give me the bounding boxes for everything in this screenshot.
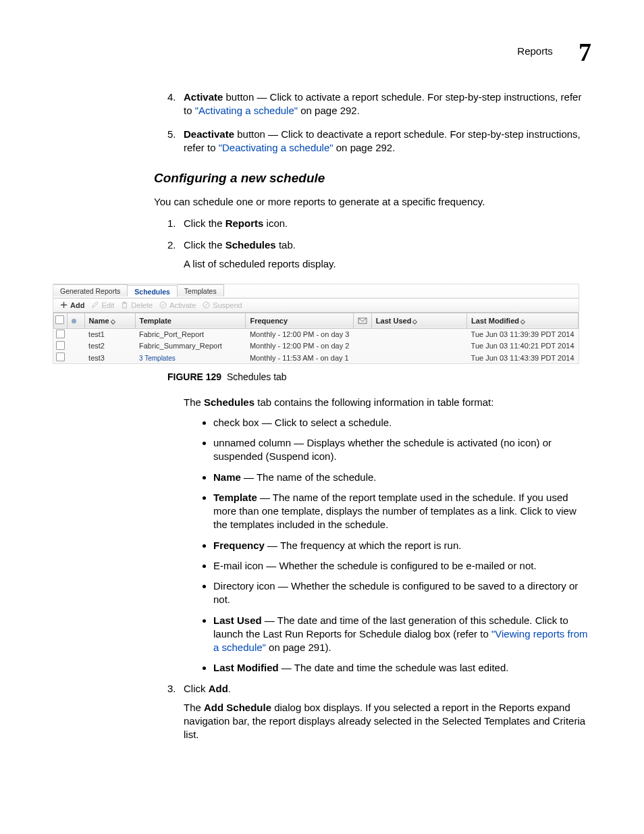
row-checkbox[interactable] xyxy=(54,352,68,363)
term-template: Template xyxy=(213,492,257,503)
list-number: 3. xyxy=(167,682,184,742)
body-text: on page 291). xyxy=(266,642,331,653)
cell-email xyxy=(353,340,371,352)
table-row[interactable]: test2Fabric_Summary_ReportMonthly - 12:0… xyxy=(54,340,579,352)
row-status xyxy=(68,352,84,363)
link-deactivating-schedule[interactable]: "Deactivating a schedule" xyxy=(219,142,333,153)
cell-lastmodified: Tue Jun 03 11:43:39 PDT 2014 xyxy=(467,352,579,363)
header-chapter-number: 7 xyxy=(579,37,591,67)
body-text: A list of scheduled reports display. xyxy=(184,257,336,271)
sort-icon: ◇ xyxy=(111,318,113,325)
suspend-button[interactable]: Suspend xyxy=(203,301,242,309)
check-circle-icon xyxy=(159,301,167,309)
link-activating-schedule[interactable]: "Activating a schedule" xyxy=(195,105,298,116)
body-text: The Schedules tab contains the following… xyxy=(184,396,591,409)
col-status xyxy=(68,313,84,328)
list-item: Template — The name of the report templa… xyxy=(213,491,591,532)
toolbar-label: Suspend xyxy=(213,301,242,309)
body-text: Click the xyxy=(184,239,225,251)
status-dot-icon xyxy=(72,319,76,323)
delete-button[interactable]: Delete xyxy=(121,301,153,309)
col-template[interactable]: Template xyxy=(135,313,246,328)
tab-schedules[interactable]: Schedules xyxy=(128,285,178,297)
list-item: Frequency — The frequency at which the r… xyxy=(213,539,591,552)
list-item: Directory icon — Whether the schedule is… xyxy=(213,579,591,607)
list-number: 2. xyxy=(167,238,184,271)
cell-lastused xyxy=(371,352,466,363)
body-text: — The date and time the schedule was las… xyxy=(279,662,509,673)
term-activate: Activate xyxy=(184,91,223,103)
figure-caption: FIGURE 129 Schedules tab xyxy=(167,371,591,384)
row-status xyxy=(68,340,84,352)
list-item: unnamed column — Displays whether the sc… xyxy=(213,436,591,464)
trash-icon xyxy=(121,301,128,309)
row-checkbox[interactable] xyxy=(54,328,68,340)
figure-129-screenshot: Generated Reports Schedules Templates Ad… xyxy=(53,284,579,364)
row-checkbox[interactable] xyxy=(54,340,68,352)
col-label: Frequency xyxy=(250,317,288,325)
term-schedules: Schedules xyxy=(204,396,254,408)
body-text: on page 292. xyxy=(298,105,360,116)
list-number: 5. xyxy=(167,128,184,155)
cell-template: Fabric_Port_Report xyxy=(139,330,204,338)
tab-generated-reports[interactable]: Generated Reports xyxy=(53,284,128,296)
cell-lastused xyxy=(371,340,466,352)
table-row[interactable]: test1Fabric_Port_ReportMonthly - 12:00 P… xyxy=(54,328,579,340)
continued-ordered-list: 4. Activate button — Click to activate a… xyxy=(167,90,591,155)
svg-line-2 xyxy=(205,303,209,307)
cell-email xyxy=(353,352,371,363)
term-name: Name xyxy=(213,471,241,483)
list-number: 1. xyxy=(167,217,184,230)
toolbar-label: Delete xyxy=(131,301,153,309)
figure-title: Schedules tab xyxy=(227,371,287,382)
term-schedules: Schedules xyxy=(225,239,276,251)
pencil-icon xyxy=(91,301,99,309)
col-lastused[interactable]: Last Used◇ xyxy=(371,313,466,328)
body-text: The Add Schedule dialog box displays. If… xyxy=(184,701,591,742)
table-row[interactable]: test33 TemplatesMonthly - 11:53 AM - on … xyxy=(54,352,579,363)
cell-name: test2 xyxy=(84,340,135,352)
col-lastmodified[interactable]: Last Modified◇ xyxy=(467,313,579,328)
cell-email xyxy=(353,328,371,340)
list-item: Name — The name of the schedule. xyxy=(213,471,591,484)
toolbar-label: Activate xyxy=(169,301,196,309)
term-deactivate: Deactivate xyxy=(184,128,234,140)
term-lastused: Last Used xyxy=(213,615,262,626)
list-number: 4. xyxy=(167,90,184,118)
schedules-tab-info-list: check box — Click to select a schedule. … xyxy=(184,416,591,675)
cell-template: Fabric_Summary_Report xyxy=(139,342,222,350)
templates-count-link[interactable]: 3 Templates xyxy=(139,355,176,362)
body-text: The xyxy=(184,396,204,408)
body-text: — The name of the report template used i… xyxy=(213,492,576,531)
col-name[interactable]: Name◇ xyxy=(84,313,135,328)
col-frequency[interactable]: Frequency xyxy=(246,313,353,328)
schedules-table: Name◇ Template Frequency xyxy=(53,313,579,363)
term-reports: Reports xyxy=(225,217,264,229)
body-text: icon. xyxy=(263,217,288,229)
toolbar-label: Edit xyxy=(101,301,114,309)
tab-templates[interactable]: Templates xyxy=(178,284,224,296)
col-label: Template xyxy=(140,317,171,325)
body-text: Click xyxy=(184,683,209,694)
add-button[interactable]: Add xyxy=(60,301,84,309)
sort-icon: ◇ xyxy=(520,318,523,325)
body-text: The xyxy=(184,702,204,713)
edit-button[interactable]: Edit xyxy=(91,301,114,309)
body-text: on page 292. xyxy=(333,142,396,153)
term-frequency: Frequency xyxy=(213,540,265,551)
body-text: — The name of the schedule. xyxy=(241,471,377,483)
list-item: Last Modified — The date and time the sc… xyxy=(213,661,591,675)
body-text: . xyxy=(228,683,231,694)
body-text: tab. xyxy=(276,239,296,251)
tabs-row: Generated Reports Schedules Templates xyxy=(53,284,579,298)
term-add: Add xyxy=(209,683,228,694)
activate-button[interactable]: Activate xyxy=(159,301,196,309)
cell-frequency: Monthly - 11:53 AM - on day 1 xyxy=(246,352,353,363)
body-text: tab contains the following information i… xyxy=(254,396,493,408)
figure-label: FIGURE 129 xyxy=(167,371,221,382)
col-checkbox[interactable] xyxy=(54,313,68,328)
body-text: — The frequency at which the report is r… xyxy=(265,540,462,551)
page-header: Reports 7 xyxy=(53,37,591,67)
toolbar-label: Add xyxy=(70,301,84,309)
cell-name: test3 xyxy=(84,352,135,363)
